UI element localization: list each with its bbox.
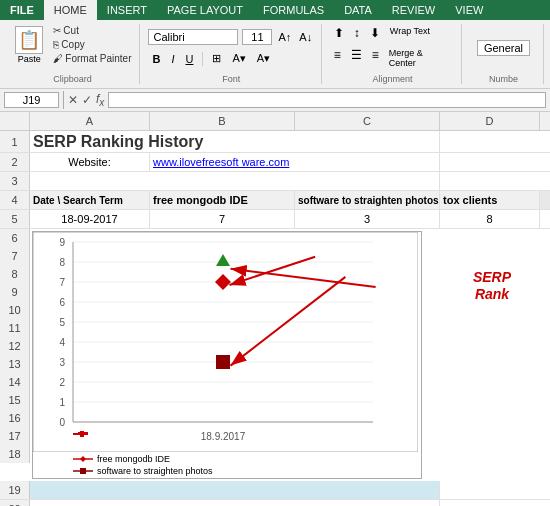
row-num-1: 1 — [0, 131, 30, 152]
website-link[interactable]: www.ilovefreesoft ware.com — [153, 156, 289, 168]
align-bottom-button[interactable]: ⬇ — [366, 24, 384, 42]
tab-page-layout[interactable]: PAGE LAYOUT — [157, 0, 253, 20]
svg-text:9: 9 — [59, 237, 65, 248]
tab-home[interactable]: HOME — [44, 0, 97, 20]
cell-d4[interactable]: tox clients — [440, 191, 540, 209]
tab-view[interactable]: VIEW — [445, 0, 493, 20]
border-button[interactable]: ⊞ — [208, 50, 225, 67]
tab-file[interactable]: FILE — [0, 0, 44, 20]
clipboard-group: 📋 Paste ✂ Cut ⎘ Copy 🖌 Format Painter Cl… — [6, 24, 140, 84]
cell-reference-box[interactable] — [4, 92, 59, 108]
cell-a5[interactable]: 18-09-2017 — [30, 210, 150, 228]
cell-b5[interactable]: 7 — [150, 210, 295, 228]
cell-a2[interactable]: Website: — [30, 153, 150, 171]
cell-a1[interactable]: SERP Ranking History — [30, 131, 440, 152]
table-row: 5 18-09-2017 7 3 8 — [0, 210, 550, 229]
cell-a4[interactable]: Date \ Search Term — [30, 191, 150, 209]
table-row: 2 Website: www.ilovefreesoft ware.com — [0, 153, 550, 172]
col-header-a[interactable]: A — [30, 112, 150, 130]
tab-insert[interactable]: INSERT — [97, 0, 157, 20]
number-format-selector[interactable]: General — [477, 40, 530, 56]
cell-c4[interactable]: software to straighten photos — [295, 191, 440, 209]
chart-svg: 9 8 7 6 5 4 3 2 1 0 18.9.2017 — [33, 232, 418, 452]
legend-label-mongodb: free mongodb IDE — [97, 454, 170, 464]
format-painter-button[interactable]: 🖌 Format Painter — [51, 52, 133, 65]
svg-text:6: 6 — [59, 297, 65, 308]
row-nums-column: 6 7 8 9 10 11 12 13 14 15 16 17 18 — [0, 229, 30, 481]
row-num-6: 6 — [0, 229, 30, 247]
cell-b2[interactable]: www.ilovefreesoft ware.com — [150, 153, 440, 171]
svg-text:8: 8 — [59, 257, 65, 268]
cancel-formula-icon[interactable]: ✕ — [68, 93, 78, 107]
cell-a20[interactable] — [30, 500, 440, 506]
number-label: Numbe — [489, 74, 518, 84]
bold-button[interactable]: B — [148, 51, 164, 67]
table-row: 19 — [0, 481, 550, 500]
row-num-header — [0, 112, 30, 130]
confirm-formula-icon[interactable]: ✓ — [82, 93, 92, 107]
svg-marker-27 — [80, 431, 84, 437]
table-row: 4 Date \ Search Term free mongodb IDE so… — [0, 191, 550, 210]
svg-text:0: 0 — [59, 417, 65, 428]
col-header-b[interactable]: B — [150, 112, 295, 130]
font-size-input[interactable] — [242, 29, 272, 45]
row-num-7: 7 — [0, 247, 30, 265]
align-top-button[interactable]: ⬆ — [330, 24, 348, 42]
wrap-text-button[interactable]: Wrap Text — [386, 24, 434, 42]
alignment-group: ⬆ ↕ ⬇ Wrap Text ≡ ☰ ≡ Merge & Center Ali… — [324, 24, 462, 84]
italic-button[interactable]: I — [167, 51, 178, 67]
align-center-button[interactable]: ☰ — [347, 46, 366, 70]
serp-rank-area: SERPRank — [424, 229, 550, 481]
col-header-c[interactable]: C — [295, 112, 440, 130]
svg-text:1: 1 — [59, 397, 65, 408]
row-num-11: 11 — [0, 319, 30, 337]
row-num-18: 18 — [0, 445, 30, 463]
row-num-5: 5 — [0, 210, 30, 228]
row-num-3: 3 — [0, 172, 30, 190]
row-num-13: 13 — [0, 355, 30, 373]
column-headers: A B C D — [0, 112, 550, 131]
insert-function-icon[interactable]: fx — [96, 92, 104, 108]
row-num-9: 9 — [0, 283, 30, 301]
cell-b4[interactable]: free mongodb IDE — [150, 191, 295, 209]
underline-button[interactable]: U — [181, 51, 197, 67]
align-middle-button[interactable]: ↕ — [350, 24, 364, 42]
clipboard-small-buttons: ✂ Cut ⎘ Copy 🖌 Format Painter — [51, 24, 133, 65]
number-group: General Numbe — [464, 24, 544, 84]
col-header-d[interactable]: D — [440, 112, 540, 130]
paste-button[interactable]: 📋 Paste — [11, 24, 47, 66]
tab-data[interactable]: DATA — [334, 0, 382, 20]
legend-label-photos: software to straighten photos — [97, 466, 213, 476]
cut-button[interactable]: ✂ Cut — [51, 24, 133, 37]
row-num-12: 12 — [0, 337, 30, 355]
font-shrink-button[interactable]: A↓ — [297, 31, 314, 43]
cell-a19[interactable] — [30, 481, 440, 499]
ribbon-body: 📋 Paste ✂ Cut ⎘ Copy 🖌 Format Painter Cl… — [0, 20, 550, 89]
cell-d5[interactable]: 8 — [440, 210, 540, 228]
font-grow-button[interactable]: A↑ — [276, 31, 293, 43]
chart-legend: free mongodb IDE software to straighten … — [33, 452, 421, 478]
formula-bar-separator — [63, 91, 64, 109]
svg-text:5: 5 — [59, 317, 65, 328]
tab-formulas[interactable]: FORMULAS — [253, 0, 334, 20]
svg-text:2: 2 — [59, 377, 65, 388]
cell-c5[interactable]: 3 — [295, 210, 440, 228]
format-painter-icon: 🖌 — [53, 53, 63, 64]
font-color-button[interactable]: A▾ — [253, 50, 274, 67]
row-num-10: 10 — [0, 301, 30, 319]
font-name-input[interactable] — [148, 29, 238, 45]
font-group: A↑ A↓ B I U ⊞ A▾ A▾ Font — [142, 24, 322, 84]
legend-item-photos: software to straighten photos — [73, 466, 416, 476]
legend-item-mongodb: free mongodb IDE — [73, 454, 416, 464]
merge-center-button[interactable]: Merge & Center — [385, 46, 455, 70]
font-group-label: Font — [222, 74, 240, 84]
align-right-button[interactable]: ≡ — [368, 46, 383, 70]
svg-marker-29 — [80, 456, 86, 462]
copy-button[interactable]: ⎘ Copy — [51, 38, 133, 51]
formula-input[interactable] — [108, 92, 546, 108]
cell-a3[interactable] — [30, 172, 440, 190]
align-left-button[interactable]: ≡ — [330, 46, 345, 70]
tab-review[interactable]: REVIEW — [382, 0, 445, 20]
serp-rank-label: SERPRank — [429, 269, 550, 303]
fill-color-button[interactable]: A▾ — [228, 50, 249, 67]
